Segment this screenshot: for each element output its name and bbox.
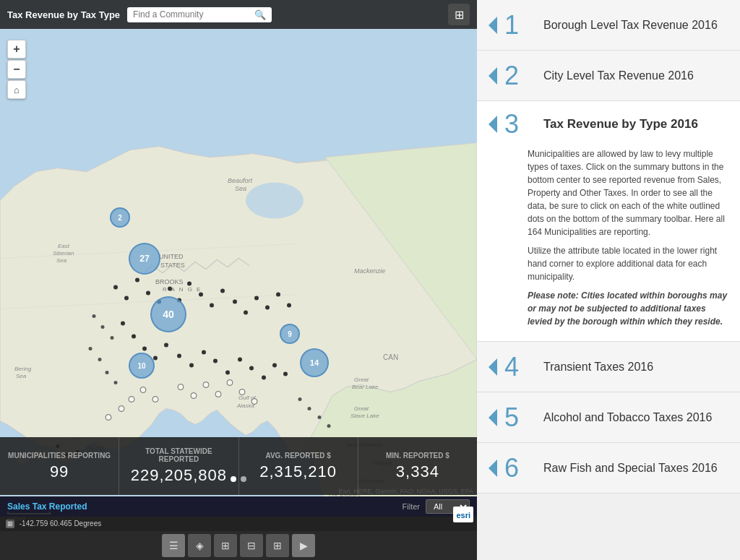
pagination <box>0 476 477 482</box>
svg-point-34 <box>113 285 118 290</box>
stat-item-2: Avg. Reported $ 2,315,210 <box>239 437 358 495</box>
home-button[interactable]: ⌂ <box>7 80 26 99</box>
right-panel: 1 Borough Level Tax Revenue 2016 2 City … <box>477 0 740 560</box>
nav-arrow-2 <box>489 116 497 133</box>
nav-item-1[interactable]: 2 City Level Tax Revenue 2016 <box>477 51 740 101</box>
nav-num-5: 6 <box>504 455 533 481</box>
stat-item-3: Min. Reported $ 3,334 <box>358 437 477 495</box>
nav-item-5[interactable]: 6 Raw Fish and Special Taxes 2016 <box>477 443 740 494</box>
search-box[interactable]: 🔍 <box>127 7 272 22</box>
grid-tool-button[interactable]: ⊞ <box>214 534 237 557</box>
svg-point-59 <box>213 359 218 363</box>
page-dot-1[interactable] <box>231 476 236 482</box>
nav-content-2: Municipalities are allowed by law to lev… <box>477 147 740 334</box>
svg-point-50 <box>287 303 291 308</box>
page-dot-2[interactable] <box>241 476 246 482</box>
filter-label: Filter <box>403 502 420 511</box>
svg-text:BROOKS: BROOKS <box>155 278 184 285</box>
nav-item-header-1: 2 City Level Tax Revenue 2016 <box>477 53 740 99</box>
svg-point-53 <box>142 347 147 351</box>
svg-point-76 <box>239 389 245 395</box>
svg-point-56 <box>177 354 181 358</box>
svg-point-41 <box>187 282 192 286</box>
svg-point-79 <box>101 325 105 329</box>
cluster-c1[interactable]: 2 <box>110 207 130 228</box>
stat-label-0: Municipalities Reporting <box>8 452 111 460</box>
nav-arrow-3 <box>489 358 497 376</box>
nav-label-3: Transient Taxes 2016 <box>543 361 653 374</box>
svg-point-46 <box>244 311 248 315</box>
svg-point-42 <box>199 293 203 297</box>
zoom-in-button[interactable]: + <box>7 40 26 59</box>
svg-text:Mackenzie: Mackenzie <box>354 267 385 275</box>
svg-text:Bering: Bering <box>14 366 32 372</box>
svg-point-45 <box>233 300 237 304</box>
svg-point-51 <box>121 322 125 326</box>
svg-text:Bear Lake: Bear Lake <box>352 384 379 390</box>
svg-point-73 <box>203 382 209 388</box>
cluster-c2[interactable]: 27 <box>129 243 160 275</box>
svg-text:STATES: STATES <box>160 262 185 269</box>
nav-label-5: Raw Fish and Special Taxes 2016 <box>543 462 718 475</box>
nav-label-2: Tax Revenue by Type 2016 <box>543 117 698 132</box>
cluster-c5[interactable]: 14 <box>300 348 329 377</box>
stat-label-3: Min. Reported $ <box>386 452 449 460</box>
cluster-c3[interactable]: 40 <box>150 296 186 332</box>
nav-item-2[interactable]: 3 Tax Revenue by Type 2016 Municipalitie… <box>477 101 740 342</box>
svg-point-75 <box>227 380 233 386</box>
layers-tool-button[interactable]: ◈ <box>188 534 211 557</box>
nav-label-0: Borough Level Tax Revenue 2016 <box>543 19 718 32</box>
svg-point-54 <box>153 356 158 361</box>
nav-item-header-0: 1 Borough Level Tax Revenue 2016 <box>477 2 740 48</box>
svg-point-36 <box>135 278 139 283</box>
cluster-c6[interactable]: 10 <box>129 353 155 379</box>
nav-item-4[interactable]: 5 Alcohol and Tobacco Taxes 2016 <box>477 392 740 443</box>
list-tool-button[interactable]: ☰ <box>162 534 185 557</box>
nav-num-0: 1 <box>504 12 533 38</box>
nav-item-header-2: 3 Tax Revenue by Type 2016 <box>477 101 740 147</box>
nav-arrow-1 <box>489 67 497 85</box>
esri-text: esri <box>456 511 470 520</box>
search-input[interactable] <box>133 9 254 20</box>
chart-tool-button[interactable]: ⊞ <box>266 534 289 557</box>
nav-arrow-0 <box>489 17 497 34</box>
svg-point-63 <box>262 376 266 380</box>
svg-point-52 <box>132 335 136 339</box>
svg-point-48 <box>265 306 270 310</box>
svg-point-74 <box>215 392 221 397</box>
coords-bar: ⊞ -142.759 60.465 Degrees <box>0 517 477 531</box>
svg-point-71 <box>178 384 184 390</box>
svg-point-47 <box>254 296 259 301</box>
bottom-toolbar: Sales Tax Reported Filter All ⊞ -142.759… <box>0 496 477 560</box>
stat-value-1: 229,205,808 <box>131 466 227 485</box>
stat-item-0: Municipalities Reporting 99 <box>0 437 119 495</box>
nav-item-3[interactable]: 4 Transient Taxes 2016 <box>477 342 740 392</box>
grid-button[interactable]: ⊞ <box>448 4 470 25</box>
stat-label-2: Avg. Reported $ <box>265 452 330 460</box>
svg-point-65 <box>283 372 288 376</box>
search-icon[interactable]: 🔍 <box>254 9 266 20</box>
table-tool-button[interactable]: ⊟ <box>240 534 263 557</box>
svg-point-88 <box>298 397 302 401</box>
svg-text:Great: Great <box>354 376 369 383</box>
map-controls: + − ⌂ <box>7 40 26 99</box>
svg-point-62 <box>249 366 254 371</box>
svg-point-67 <box>119 406 124 412</box>
zoom-out-button[interactable]: − <box>7 60 26 79</box>
map-title: Tax Revenue by Tax Type <box>7 9 120 20</box>
arrow-tool-button[interactable]: ▶ <box>292 534 315 557</box>
scale-text: 600mi <box>7 515 25 522</box>
svg-text:CAN: CAN <box>383 353 398 361</box>
nav-item-0[interactable]: 1 Borough Level Tax Revenue 2016 <box>477 0 740 51</box>
nav-item-header-4: 5 Alcohol and Tobacco Taxes 2016 <box>477 395 740 441</box>
map-panel[interactable]: Beaufort Sea East Siberian Sea BROOKS R … <box>0 0 477 560</box>
svg-point-49 <box>276 293 280 297</box>
svg-point-68 <box>129 397 134 402</box>
svg-point-77 <box>251 399 257 405</box>
svg-point-84 <box>114 381 118 384</box>
scale-line <box>7 512 51 514</box>
cluster-c4[interactable]: 9 <box>280 324 300 344</box>
sales-tax-header: Sales Tax Reported Filter All <box>0 496 477 517</box>
svg-point-64 <box>272 363 277 368</box>
nav-arrow-4 <box>489 409 497 426</box>
